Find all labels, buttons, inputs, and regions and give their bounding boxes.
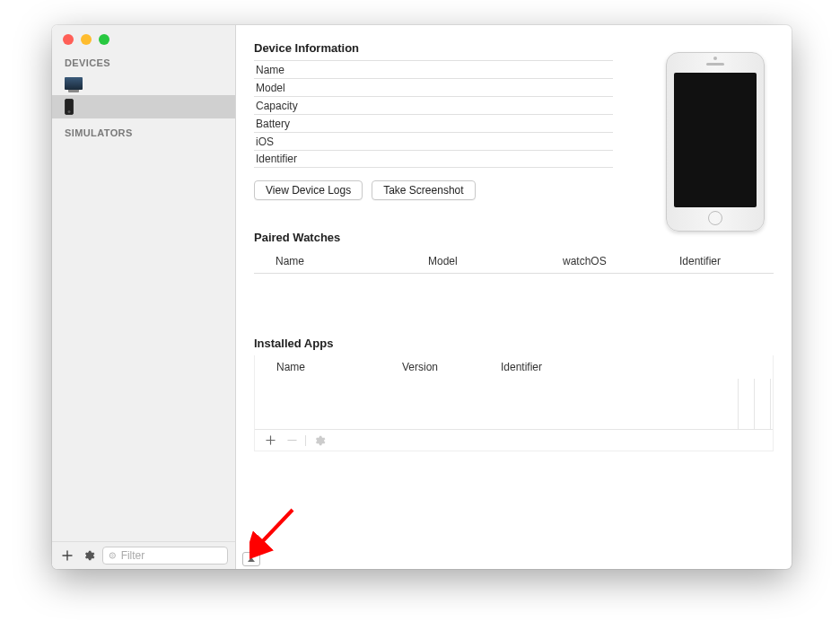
remove-app-button[interactable] — [284, 433, 300, 449]
gear-icon — [313, 434, 326, 447]
info-row-capacity: Capacity — [254, 96, 613, 114]
filter-input[interactable] — [121, 549, 223, 562]
info-row-name: Name — [254, 60, 613, 78]
iphone-icon — [65, 99, 74, 115]
installed-apps-title: Installed Apps — [254, 337, 774, 350]
sidebar-item-iphone[interactable] — [52, 95, 235, 118]
info-row-identifier: Identifier — [254, 150, 613, 168]
add-app-button[interactable] — [262, 433, 278, 449]
content-pane: Device Information Name Model Capacity B… — [236, 25, 792, 569]
device-info-table: Name Model Capacity Battery iOS Identifi… — [254, 60, 613, 168]
col-model: Model — [428, 255, 563, 267]
col-identifier: Identifier — [679, 255, 721, 267]
paired-watches-title: Paired Watches — [254, 231, 774, 244]
sidebar-item-mac[interactable] — [52, 72, 235, 95]
sidebar: DEVICES SIMULATORS — [52, 25, 236, 569]
installed-apps-table: Name Version Identifier — [254, 355, 774, 451]
info-row-ios: iOS — [254, 132, 613, 150]
paired-watches-header: Name Model watchOS Identifier — [254, 249, 774, 274]
close-window-button[interactable] — [63, 34, 74, 45]
col-watchos: watchOS — [563, 255, 679, 267]
zoom-window-button[interactable] — [99, 34, 109, 45]
col-version: Version — [402, 361, 501, 373]
info-row-model: Model — [254, 78, 613, 96]
view-device-logs-button[interactable]: View Device Logs — [254, 180, 363, 200]
window-controls — [52, 25, 235, 48]
mac-icon — [65, 77, 83, 90]
filter-field[interactable] — [102, 547, 228, 565]
info-row-battery: Battery — [254, 114, 613, 132]
collapse-console-button[interactable] — [242, 552, 260, 566]
app-settings-button[interactable] — [311, 433, 328, 449]
devices-section-header: DEVICES — [52, 48, 235, 72]
separator — [305, 435, 306, 446]
col-identifier: Identifier — [501, 361, 542, 373]
filter-icon — [108, 550, 118, 561]
devices-window: DEVICES SIMULATORS Device Information Na… — [52, 25, 792, 569]
installed-apps-section: Installed Apps Name Version Identifier — [254, 337, 774, 451]
phone-icon — [666, 52, 765, 232]
settings-button[interactable] — [81, 547, 97, 564]
sidebar-bottom-toolbar — [52, 541, 235, 569]
add-button[interactable] — [59, 547, 75, 564]
col-name: Name — [276, 255, 428, 267]
installed-apps-body — [255, 379, 773, 429]
take-screenshot-button[interactable]: Take Screenshot — [372, 180, 475, 200]
minimize-window-button[interactable] — [81, 34, 92, 45]
paired-watches-section: Paired Watches Name Model watchOS Identi… — [254, 231, 774, 274]
gear-icon — [83, 549, 95, 562]
device-preview — [666, 52, 765, 232]
col-name: Name — [276, 361, 402, 373]
installed-apps-header: Name Version Identifier — [255, 355, 773, 379]
installed-apps-footer — [255, 429, 773, 451]
simulators-section-header: SIMULATORS — [52, 118, 235, 142]
chevron-up-icon — [248, 557, 255, 562]
